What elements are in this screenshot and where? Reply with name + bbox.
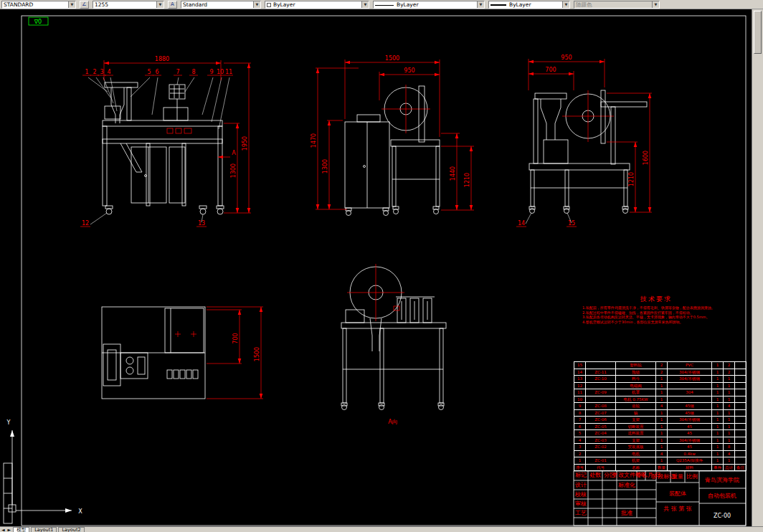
dim-label: 1500 (385, 55, 399, 62)
dim-label: 1300 (230, 163, 237, 178)
dim-label: 700 (232, 333, 239, 343)
tech-req-title: 技术要求 (582, 295, 730, 304)
tb-label: 重量 (671, 473, 683, 480)
styles-toolbar: STANDARD ▼ ∠ 1255 ▼ A Standard ▼ ByLayer… (0, 0, 763, 9)
callout-label: 15 (568, 220, 575, 227)
callout-label: 13 (198, 220, 205, 227)
named-style-value: STANDARD (2, 1, 68, 8)
ucs-y-label: Y (6, 419, 11, 426)
tab-model[interactable]: 模型 (13, 527, 29, 532)
vertical-scrollbar[interactable] (752, 9, 763, 526)
tab-layout2[interactable]: Layout2 (58, 527, 84, 532)
tb-label: 标记 (575, 472, 587, 478)
lineweight-value: ByLayer (508, 1, 562, 8)
bom-row: 10电机 0.75KW111 (574, 396, 747, 403)
right-view: 950 700 1600 1210 14 15 (516, 54, 652, 227)
plot-style-combo: 随颜色 ▼ (574, 1, 660, 9)
lineweight-combo[interactable]: ByLayer ▼ (488, 1, 570, 9)
color-combo[interactable]: ByLayer ▼ (265, 1, 369, 9)
tab-layout1[interactable]: Layout1 (31, 527, 57, 532)
chevron-down-icon[interactable]: ▼ (477, 1, 484, 8)
bom-row: 8ZC-07轴145钢11 (574, 409, 747, 417)
text-style-combo[interactable]: Standard ▼ (181, 1, 261, 9)
section-arrow-label: A (232, 150, 236, 156)
bom-row: 2电机40.4kw14 (574, 450, 747, 457)
callout-label: 9 (209, 69, 213, 75)
bom-row: 1ZC-01机架1Q235A/焊接件11 (574, 457, 747, 465)
chevron-down-icon[interactable]: ▼ (68, 1, 75, 8)
tech-req-line: 3.装配后各传动机构应运转灵活、平稳，无卡滞现象，轴向窜动不大于0.5mm。 (582, 315, 730, 320)
callout-label: 10 (217, 69, 224, 75)
chevron-down-icon[interactable]: ▼ (562, 1, 569, 8)
bom-row: 15塑料轮2PVC12 (574, 362, 747, 369)
dim-label: 1500 (254, 347, 260, 361)
tb-label: 批准 (621, 510, 632, 516)
chevron-down-icon[interactable]: ▼ (253, 1, 260, 8)
callout-label: 7 (176, 69, 179, 75)
dim-label: 1470 (311, 133, 317, 148)
tb-label: 工艺 (575, 510, 587, 516)
callout-label: 14 (518, 220, 525, 227)
bom-row: 6ZC-05切断装置14511 (574, 423, 747, 430)
linetype-combo[interactable]: ByLayer ▼ (373, 1, 485, 9)
tab-nav-buttons[interactable]: ◄ ► (1, 527, 11, 532)
dim-style-value: 1255 (93, 1, 156, 8)
callout-label: 6 (155, 69, 158, 75)
sheet-count-label: 共 张 第 张 (663, 505, 692, 512)
bom-row: 12电磁阀111 (574, 382, 747, 389)
chevron-down-icon[interactable]: ▼ (361, 1, 369, 8)
linetype-preview-icon (375, 5, 394, 6)
callout-label: 2 (93, 69, 96, 75)
callout-label: 3 (100, 69, 103, 75)
tb-label: 标准化 (618, 482, 635, 488)
view-label: A向 (388, 419, 397, 425)
text-style-icon[interactable]: A (168, 1, 177, 9)
tech-req-line: 1.装配前，所有零件均需清洗干净，不得有毛刺、铁屑等杂物，配合表面涂润滑油。 (582, 305, 730, 310)
dim-label: 1300 (322, 159, 328, 174)
dim-style-icon[interactable]: ∠ (80, 1, 89, 9)
callout-label: 1 (85, 69, 88, 75)
tb-label: 校核 (574, 491, 587, 498)
dim-label: 950 (404, 67, 414, 74)
dim-style-combo[interactable]: 1255 ▼ (93, 1, 164, 9)
ucs-x-label: X (78, 508, 82, 515)
drawing-number: ZC-00 (714, 513, 731, 519)
bom-row: 9ZC-08齿轮445钢14 (574, 403, 747, 410)
callout-label: 5 (147, 69, 151, 75)
viewport-marker-label: ∇0 (34, 19, 42, 25)
named-style-combo[interactable]: STANDARD ▼ (1, 1, 76, 9)
color-swatch-icon (267, 3, 271, 7)
color-value: ByLayer (272, 1, 361, 8)
plan-view: 700 1500 (102, 307, 263, 399)
tb-label: 比例 (686, 473, 698, 480)
dim-label: 950 (561, 54, 572, 61)
layout-tabbar: ◄ ► 模型 Layout1 Layout2 (0, 526, 763, 532)
bom-row: 14ZC-11拖链2304/不锈钢12 (574, 369, 747, 376)
lineweight-preview-icon (490, 4, 506, 6)
dim-label: 1950 (242, 136, 248, 151)
dim-label: 1880 (155, 56, 169, 62)
part-title: 装配体 (669, 490, 686, 497)
bom-header-row: 序号代号名称数量材料单件总计备注 (574, 464, 747, 471)
tech-req-lines: 1.装配前，所有零件均需清洗干净，不得有毛刺、铁屑等杂物，配合表面涂润滑油。2.… (582, 305, 730, 324)
viewport-marker: ∇0 (29, 17, 48, 25)
bom-table: 15塑料轮2PVC1214ZC-11拖链2304/不锈钢1213ZC-10料斗1… (574, 361, 747, 471)
scrollbar-thumb[interactable] (754, 11, 762, 54)
bom-row: 7ZC-06支架1304/不锈钢11 (574, 417, 747, 424)
product-name: 自动包装机 (708, 493, 736, 499)
bom-row: 13ZC-10料斗1304/不锈钢11 (574, 376, 747, 383)
chevron-down-icon[interactable]: ▼ (156, 1, 164, 8)
text-style-value: Standard (181, 1, 253, 8)
technical-requirements: 技术要求 1.装配前，所有零件均需清洗干净，不得有毛刺、铁屑等杂物，配合表面涂润… (582, 295, 730, 324)
dim-label: 1210 (464, 173, 470, 187)
a-direction-view: A向 (341, 264, 446, 425)
side-view: 1500 950 1470 1300 1440 1210 (311, 55, 474, 216)
bom-row: 5ZC-04送料装置14511 (574, 430, 747, 437)
bom-row: 3ZC-02安装底板14518 (574, 444, 747, 451)
dim-label: 700 (545, 67, 556, 73)
plot-style-value: 随颜色 (574, 1, 652, 8)
dim-label: 1210 (628, 172, 635, 186)
dim-label: 1600 (643, 151, 649, 165)
tb-label: 设计 (575, 482, 587, 488)
org-name: 青岛滨海学院 (704, 477, 739, 483)
